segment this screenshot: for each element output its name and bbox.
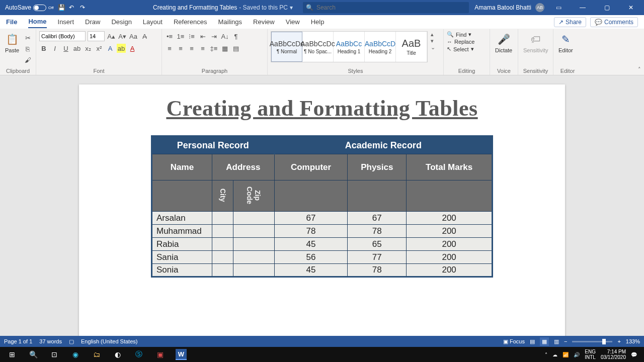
tray-cloud-icon[interactable]: ☁ [552, 352, 557, 357]
cell-computer[interactable]: 78 [274, 225, 348, 238]
styles-down-icon[interactable]: ▾ [431, 38, 435, 44]
paste-button[interactable]: 📋 Paste [3, 31, 21, 54]
tray-lang[interactable]: ENGINTL [585, 349, 596, 360]
line-spacing-icon[interactable]: ‡≡ [209, 44, 218, 53]
replace-button[interactable]: ↔Replace [447, 39, 474, 45]
minimize-icon[interactable]: — [573, 0, 593, 15]
cell-city[interactable] [212, 238, 233, 251]
shading-icon[interactable]: ▦ [220, 44, 229, 53]
blank-cell[interactable] [274, 180, 348, 212]
cell-zip[interactable] [233, 225, 275, 238]
cell-total[interactable]: 200 [407, 251, 493, 264]
zoom-in-icon[interactable]: + [617, 338, 620, 344]
align-right-icon[interactable]: ≡ [187, 44, 196, 53]
sensitivity-button[interactable]: 🏷Sensitivity [521, 31, 550, 54]
tab-references[interactable]: References [174, 16, 207, 28]
strike-icon[interactable]: ab [72, 44, 82, 53]
start-button[interactable]: ⊞ [2, 347, 22, 362]
focus-mode[interactable]: ▣ Focus [503, 338, 525, 345]
highlight-icon[interactable]: ab [117, 44, 126, 53]
blank-cell[interactable] [152, 180, 212, 212]
task-view-icon[interactable]: ⊡ [44, 347, 64, 362]
editor-button[interactable]: ✎Editor [556, 31, 575, 54]
styles-up-icon[interactable]: ▴ [431, 31, 435, 38]
redo-icon[interactable]: ↷ [80, 4, 87, 11]
tab-mailings[interactable]: Mailings [218, 16, 242, 28]
chrome-icon[interactable]: ◐ [108, 347, 128, 362]
header-personal[interactable]: Personal Record [152, 136, 275, 154]
blank-cell[interactable] [407, 180, 493, 212]
tab-help[interactable]: Help [311, 16, 325, 28]
align-left-icon[interactable]: ≡ [165, 44, 174, 53]
inc-indent-icon[interactable]: ⇥ [209, 32, 218, 41]
table-row[interactable]: Sania5677200 [152, 251, 493, 264]
status-page[interactable]: Page 1 of 1 [4, 338, 32, 344]
find-button[interactable]: 🔍Find ▾ [447, 31, 474, 38]
cell-computer[interactable]: 67 [274, 212, 348, 225]
styles-gallery[interactable]: AaBbCcDc¶ Normal AaBbCcDc¶ No Spac... Aa… [271, 31, 428, 62]
tab-insert[interactable]: Insert [58, 16, 74, 28]
proofing-icon[interactable]: ▢ [69, 338, 74, 345]
cell-name[interactable]: Rabia [152, 238, 212, 251]
tab-draw[interactable]: Draw [85, 16, 100, 28]
bold-icon[interactable]: B [39, 44, 48, 53]
grow-font-icon[interactable]: A▴ [107, 32, 116, 41]
tab-review[interactable]: Review [253, 16, 275, 28]
status-words[interactable]: 37 words [39, 338, 62, 344]
cell-physics[interactable]: 77 [348, 251, 407, 264]
cell-city[interactable] [212, 264, 233, 277]
skype-icon[interactable]: Ⓢ [129, 347, 149, 362]
autosave-toggle[interactable]: AutoSave Off [5, 4, 54, 11]
subheader-physics[interactable]: Physics [348, 154, 407, 180]
cell-computer[interactable]: 45 [274, 238, 348, 251]
select-button[interactable]: ↖Select ▾ [447, 46, 474, 52]
subheader-total[interactable]: Total Marks [407, 154, 493, 180]
format-painter-icon[interactable]: 🖌 [23, 55, 32, 64]
italic-icon[interactable]: I [50, 44, 59, 53]
view-read-icon[interactable]: ▤ [530, 338, 535, 345]
blank-cell[interactable] [348, 180, 407, 212]
style-normal[interactable]: AaBbCcDc¶ Normal [271, 32, 302, 62]
tab-design[interactable]: Design [111, 16, 131, 28]
ribbon-display-icon[interactable]: ▭ [548, 0, 569, 15]
table-row[interactable]: Rabia4565200 [152, 238, 493, 251]
sort-icon[interactable]: A↓ [220, 32, 229, 41]
document-area[interactable]: Creating and Formatting Tables Personal … [0, 75, 644, 336]
style-heading2[interactable]: AaBbCcDHeading 2 [365, 32, 396, 62]
view-web-icon[interactable]: ▥ [554, 338, 559, 345]
subheader-city[interactable]: City [212, 180, 233, 212]
cell-physics[interactable]: 65 [348, 238, 407, 251]
styles-more-icon[interactable]: ⌄ [431, 44, 435, 51]
show-marks-icon[interactable]: ¶ [231, 32, 240, 41]
cell-city[interactable] [212, 225, 233, 238]
cell-total[interactable]: 200 [407, 212, 493, 225]
tab-layout[interactable]: Layout [143, 16, 163, 28]
cell-city[interactable] [212, 251, 233, 264]
style-no-spacing[interactable]: AaBbCcDc¶ No Spac... [302, 32, 334, 62]
style-title[interactable]: AaBTitle [396, 32, 427, 62]
close-icon[interactable]: ✕ [621, 0, 641, 15]
cell-zip[interactable] [233, 212, 275, 225]
clear-format-icon[interactable]: A̶ [140, 32, 149, 41]
data-table[interactable]: Personal Record Academic Record Name Add… [151, 135, 493, 278]
cell-name[interactable]: Muhammad [152, 225, 212, 238]
style-heading1[interactable]: AaBbCcHeading 1 [334, 32, 365, 62]
explorer-icon[interactable]: 🗂 [87, 347, 107, 362]
cell-computer[interactable]: 45 [274, 264, 348, 277]
save-icon[interactable]: 💾 [58, 4, 65, 11]
tray-clock[interactable]: 7:14 PM03/12/2020 [601, 349, 626, 360]
multilevel-icon[interactable]: ⁝≡ [187, 32, 196, 41]
collapse-ribbon-icon[interactable]: ˄ [638, 66, 641, 73]
cell-zip[interactable] [233, 264, 275, 277]
cell-name[interactable]: Sonia [152, 264, 212, 277]
task-search-icon[interactable]: 🔍 [23, 347, 43, 362]
tab-view[interactable]: View [286, 16, 300, 28]
cell-physics[interactable]: 67 [348, 212, 407, 225]
cell-physics[interactable]: 78 [348, 225, 407, 238]
shrink-font-icon[interactable]: A▾ [118, 32, 127, 41]
word-taskbar-icon[interactable]: W [171, 347, 191, 362]
search-box[interactable]: 🔍 [303, 2, 469, 13]
subheader-zip[interactable]: Zip Code [233, 180, 275, 212]
comments-button[interactable]: 💬Comments [590, 17, 638, 27]
zoom-slider[interactable] [572, 341, 612, 342]
